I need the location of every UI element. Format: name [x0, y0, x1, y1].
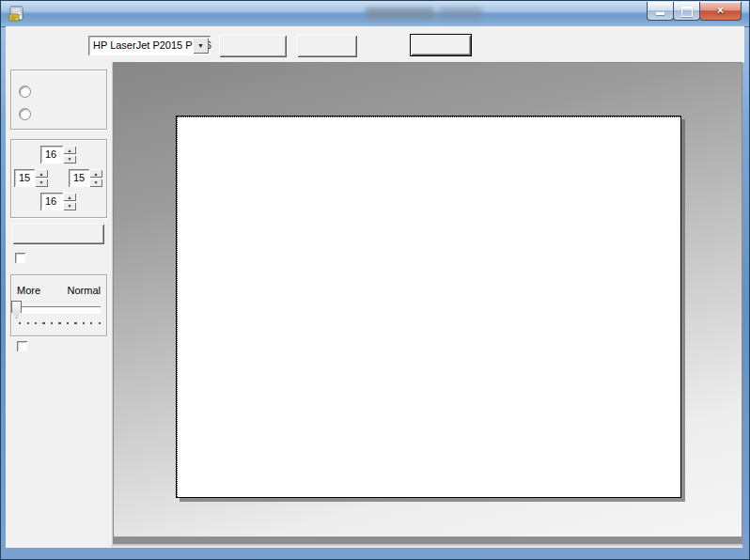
detail-slider-track[interactable]: [17, 306, 101, 314]
margin-bottom-value[interactable]: 16: [40, 193, 63, 210]
radio-portrait[interactable]: [19, 86, 31, 98]
close-button[interactable]: [410, 34, 472, 56]
margin-right-spinner: 15 ▲ ▼: [69, 169, 102, 187]
spin-down-icon[interactable]: ▼: [63, 202, 76, 210]
title-bar[interactable]: ×: [1, 1, 749, 27]
view-margins-checkbox[interactable]: [15, 253, 25, 263]
reset-margins-button[interactable]: [12, 224, 104, 244]
spin-up-icon[interactable]: ▲: [35, 169, 48, 178]
close-window-button[interactable]: ×: [699, 2, 742, 21]
maximize-icon: [681, 7, 693, 17]
maximize-button[interactable]: [673, 2, 700, 21]
setup-button[interactable]: [219, 35, 287, 57]
detail-more-label: More: [17, 285, 40, 296]
margin-top-spinner: 16 ▲ ▼: [40, 146, 76, 163]
app-icon: [8, 6, 25, 23]
chevron-down-icon[interactable]: ▼: [193, 38, 209, 54]
margin-top-value[interactable]: 16: [40, 146, 63, 163]
margin-left-value[interactable]: 15: [14, 169, 35, 187]
minimize-button[interactable]: [647, 2, 674, 21]
toolbar: HP LaserJet P2015 PCL6 ▼: [6, 26, 744, 63]
spin-down-icon[interactable]: ▼: [89, 179, 102, 187]
margin-left-spinner: 15 ▲ ▼: [14, 169, 48, 187]
detail-slider-ticks: [19, 322, 102, 324]
radio-landscape[interactable]: [19, 108, 31, 120]
orientation-group: [10, 70, 107, 130]
close-icon: ×: [700, 4, 741, 17]
waterfall-psd-plot: [177, 117, 680, 497]
page-preview: [176, 116, 681, 498]
spin-down-icon[interactable]: ▼: [63, 155, 76, 163]
detail-normal-label: Normal: [68, 285, 101, 296]
margins-group: 16 ▲ ▼ 15 ▲ ▼ 15 ▲ ▼ 16 ▲ ▼: [10, 139, 107, 218]
sidebar: 16 ▲ ▼ 15 ▲ ▼ 15 ▲ ▼ 16 ▲ ▼: [6, 62, 113, 548]
margin-right-value[interactable]: 15: [69, 169, 89, 187]
printer-combobox[interactable]: HP LaserJet P2015 PCL6 ▼: [88, 36, 211, 55]
proportional-checkbox[interactable]: [17, 341, 27, 351]
minimize-icon: [656, 12, 664, 15]
redacted-text-blur: [439, 8, 482, 20]
caption-buttons: ×: [648, 2, 742, 21]
spin-up-icon[interactable]: ▲: [89, 169, 102, 178]
print-button[interactable]: [297, 35, 357, 57]
spin-up-icon[interactable]: ▲: [63, 146, 76, 154]
detail-group: More Normal: [10, 274, 107, 336]
redacted-text-blur: [366, 8, 433, 20]
spin-down-icon[interactable]: ▼: [35, 179, 48, 187]
margin-bottom-spinner: 16 ▲ ▼: [40, 193, 76, 210]
preview-bottom-edge: [113, 537, 742, 548]
print-preview-area: [113, 62, 742, 537]
detail-slider-thumb[interactable]: [11, 301, 22, 319]
spin-up-icon[interactable]: ▲: [63, 193, 76, 201]
